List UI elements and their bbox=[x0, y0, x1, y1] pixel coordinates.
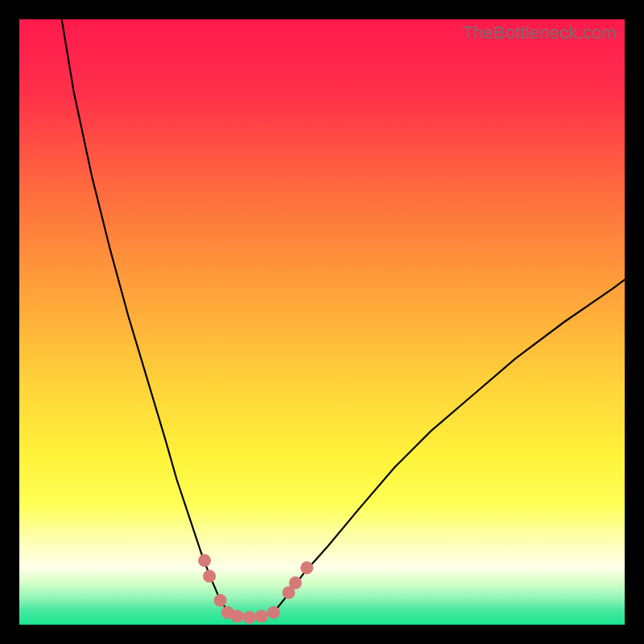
data-marker bbox=[255, 609, 268, 622]
data-marker bbox=[214, 594, 227, 607]
data-marker bbox=[243, 611, 256, 624]
data-marker bbox=[289, 576, 302, 589]
data-marker bbox=[267, 606, 280, 619]
watermark-text: TheBottleneck.com bbox=[462, 23, 617, 43]
bottleneck-curve bbox=[62, 19, 625, 617]
data-marker bbox=[300, 561, 313, 574]
plot-area: TheBottleneck.com bbox=[19, 19, 625, 625]
data-marker bbox=[231, 609, 244, 622]
data-marker bbox=[203, 570, 216, 583]
data-marker bbox=[198, 554, 211, 567]
outer-frame: TheBottleneck.com bbox=[0, 0, 644, 644]
chart-curves bbox=[19, 19, 625, 625]
